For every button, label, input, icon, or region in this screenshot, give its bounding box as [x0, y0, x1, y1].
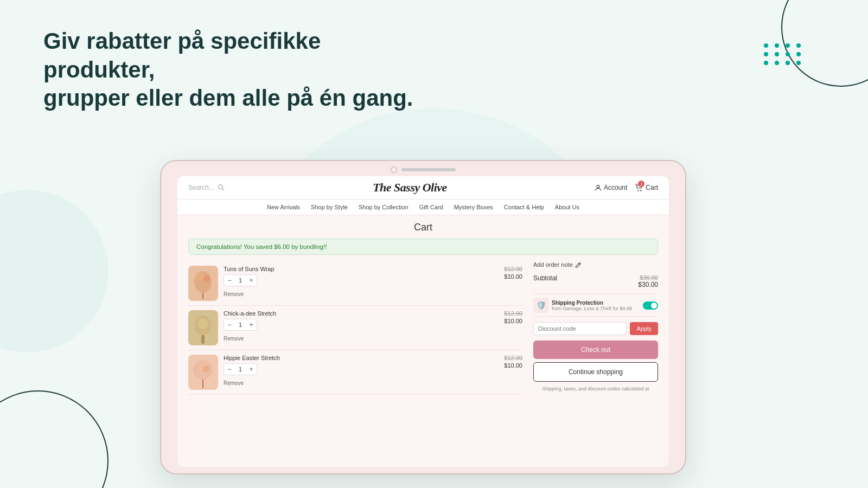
item-price-original-1: $12.00 — [504, 266, 522, 272]
qty-control-1[interactable]: − 1 + — [224, 274, 257, 286]
svg-point-12 — [193, 360, 213, 380]
tablet-topbar — [161, 161, 685, 176]
account-label: Account — [604, 184, 627, 191]
cart-link[interactable]: 1 Cart — [635, 184, 658, 191]
svg-rect-10 — [201, 335, 205, 344]
item-name-1: Tuns of Suns Wrap — [224, 266, 499, 272]
cart-label: Cart — [646, 184, 658, 191]
store-logo: The Sassy Olive — [373, 181, 447, 195]
nav-shop-style[interactable]: Shop by Style — [311, 204, 348, 210]
svg-point-4 — [640, 190, 641, 191]
item-name-2: Chick-a-dee Stretch — [224, 310, 499, 317]
qty-value-1: 1 — [235, 277, 246, 284]
headline-line1: Giv rabatter på specifikke produkter, — [43, 28, 321, 82]
item-name-3: Hippie Easter Stretch — [224, 355, 499, 361]
headline-line2: grupper eller dem alle på én gang. — [43, 85, 413, 111]
store-header: Search... The Sassy Olive Account 1 — [177, 176, 669, 200]
cart-content: Cart Congratulations! You saved $6.00 by… — [177, 215, 669, 457]
cart-title: Cart — [188, 222, 658, 233]
edit-icon — [575, 261, 582, 268]
checkout-button[interactable]: Check out — [533, 341, 658, 359]
qty-minus-2[interactable]: − — [224, 319, 235, 330]
item-prices-2: $12.00 $10.00 — [504, 310, 522, 324]
item-details-3: Hippie Easter Stretch − 1 + Remove — [224, 355, 499, 387]
item-image-2 — [188, 310, 218, 345]
nav-shop-collection[interactable]: Shop by Collection — [359, 204, 409, 210]
order-note-label: Add order note — [533, 261, 573, 268]
nav-mystery-boxes[interactable]: Mystery Boxes — [454, 204, 493, 210]
item-prices-3: $12.00 $10.00 — [504, 355, 522, 369]
item-image-1 — [188, 266, 218, 301]
apply-discount-button[interactable]: Apply — [630, 322, 658, 335]
store-container: Search... The Sassy Olive Account 1 — [177, 176, 669, 467]
remove-link-1[interactable]: Remove — [224, 291, 244, 297]
remove-link-2[interactable]: Remove — [224, 336, 244, 342]
qty-plus-3[interactable]: + — [246, 364, 257, 375]
svg-line-1 — [222, 189, 225, 191]
cart-badge: 1 — [638, 181, 644, 187]
qty-plus-1[interactable]: + — [246, 275, 257, 286]
item-price-current-2: $10.00 — [504, 318, 522, 324]
nav-new-arrivals[interactable]: New Arrivals — [267, 204, 300, 210]
congrats-banner: Congratulations! You saved $6.00 by bund… — [188, 239, 658, 255]
item-image-3 — [188, 355, 218, 390]
search-area[interactable]: Search... — [188, 184, 225, 191]
subtotal-current: $30.00 — [638, 281, 658, 288]
account-link[interactable]: Account — [595, 184, 627, 191]
nav-about[interactable]: About Us — [555, 204, 579, 210]
cart-layout: Tuns of Suns Wrap − 1 + Remove $12.00 $1… — [188, 261, 658, 395]
protect-icon: 🛡️ — [533, 298, 548, 313]
shipping-note: Shipping, taxes, and discount codes calc… — [533, 386, 658, 391]
discount-code-input[interactable] — [533, 322, 627, 335]
protect-sub: from Damage, Loss & Theft for $0.98 — [552, 306, 640, 311]
search-icon — [218, 184, 225, 191]
svg-point-2 — [597, 185, 599, 188]
protect-text: Shipping Protection from Damage, Loss & … — [552, 300, 640, 311]
headline-section: Giv rabatter på specifikke produkter, gr… — [43, 27, 423, 113]
discount-row: Apply — [533, 322, 658, 335]
header-right: Account 1 Cart — [595, 184, 658, 191]
shipping-protect-toggle[interactable] — [643, 301, 658, 310]
qty-value-2: 1 — [235, 322, 246, 328]
cart-sidebar: Add order note Subtotal $36.00 $30.00 — [533, 261, 658, 395]
subtotal-original: $36.00 — [638, 274, 658, 281]
item-3-image-placeholder — [188, 355, 218, 390]
item-price-current-3: $10.00 — [504, 362, 522, 369]
svg-point-14 — [195, 363, 203, 370]
qty-control-3[interactable]: − 1 + — [224, 363, 257, 375]
qty-plus-2[interactable]: + — [246, 319, 257, 330]
svg-point-15 — [203, 365, 209, 372]
cart-items-list: Tuns of Suns Wrap − 1 + Remove $12.00 $1… — [188, 261, 522, 395]
protect-title: Shipping Protection — [552, 300, 640, 306]
item-details-1: Tuns of Suns Wrap − 1 + Remove — [224, 266, 499, 298]
tablet-circle-btn — [391, 166, 397, 173]
dots-decoration — [764, 43, 803, 65]
svg-point-8 — [203, 275, 210, 282]
tablet-home-bar — [401, 168, 456, 171]
svg-point-11 — [197, 318, 208, 329]
remove-link-3[interactable]: Remove — [224, 380, 244, 386]
deco-circle-left-mid — [0, 190, 108, 352]
qty-minus-1[interactable]: − — [224, 275, 235, 286]
item-price-current-1: $10.00 — [504, 273, 522, 280]
qty-control-2[interactable]: − 1 + — [224, 319, 257, 331]
device-frame: Search... The Sassy Olive Account 1 — [160, 160, 686, 474]
qty-minus-3[interactable]: − — [224, 364, 235, 375]
subtotal-label: Subtotal — [533, 274, 557, 282]
item-1-image-placeholder — [188, 266, 218, 301]
subtotal-row: Subtotal $36.00 $30.00 — [533, 274, 658, 288]
nav-gift-card[interactable]: Gift Card — [419, 204, 443, 210]
svg-point-0 — [219, 185, 223, 189]
svg-point-3 — [638, 190, 639, 191]
item-price-original-3: $12.00 — [504, 355, 522, 361]
table-row: Hippie Easter Stretch − 1 + Remove $12.0… — [188, 350, 522, 395]
nav-contact[interactable]: Contact & Help — [504, 204, 544, 210]
order-note[interactable]: Add order note — [533, 261, 658, 268]
table-row: Tuns of Suns Wrap − 1 + Remove $12.00 $1… — [188, 261, 522, 306]
shipping-protection-row: 🛡️ Shipping Protection from Damage, Loss… — [533, 294, 658, 317]
continue-shopping-button[interactable]: Continue shopping — [533, 362, 658, 382]
store-nav: New Arrivals Shop by Style Shop by Colle… — [177, 200, 669, 215]
svg-point-7 — [195, 272, 203, 281]
qty-value-3: 1 — [235, 366, 246, 373]
item-2-image-placeholder — [188, 310, 218, 345]
